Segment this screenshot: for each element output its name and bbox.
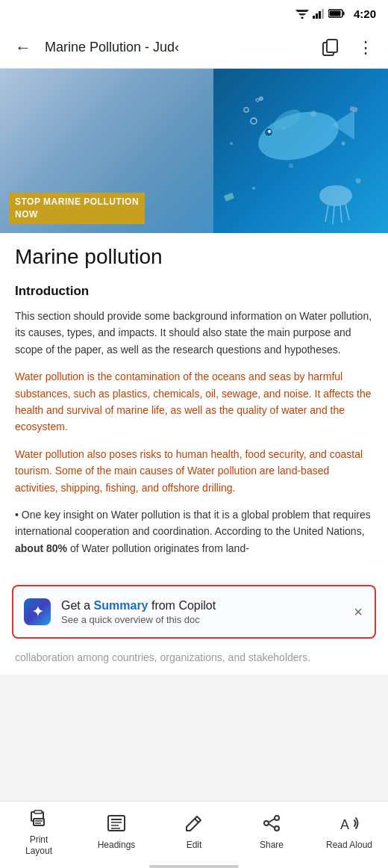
svg-rect-7 <box>319 11 321 19</box>
svg-text:A: A <box>340 817 349 832</box>
svg-rect-5 <box>313 16 315 19</box>
svg-rect-36 <box>349 106 357 112</box>
svg-point-28 <box>244 108 248 112</box>
more-options-icon[interactable]: ⋮ <box>352 34 379 61</box>
svg-rect-40 <box>34 819 44 825</box>
document-header-image: STOP MARINE POLLUTIONNOW <box>0 69 388 233</box>
toolbar-share[interactable]: Share <box>233 802 310 856</box>
svg-point-21 <box>230 142 233 145</box>
svg-line-32 <box>333 205 334 224</box>
svg-line-33 <box>340 205 342 223</box>
copilot-close-button[interactable]: × <box>351 601 366 624</box>
svg-rect-13 <box>327 40 337 52</box>
print-layout-label: PrintLayout <box>25 834 52 856</box>
svg-point-29 <box>256 99 259 102</box>
document-title-nav: Marine Pollution - Jud‹ <box>45 40 310 55</box>
svg-rect-35 <box>224 193 234 202</box>
svg-point-19 <box>252 187 255 190</box>
copy-icon[interactable] <box>318 34 345 61</box>
copilot-main-text: Get a Summary from Copilot <box>61 599 342 613</box>
svg-line-34 <box>345 204 349 220</box>
document-body: Marine pollution Introduction This secti… <box>0 233 388 579</box>
status-icons <box>295 8 345 19</box>
svg-rect-10 <box>342 12 344 16</box>
faded-continuation-text: collaboration among countries, organizat… <box>0 645 388 675</box>
status-bar: 4:20 <box>0 0 388 27</box>
wifi-icon <box>295 8 309 19</box>
svg-point-20 <box>356 179 361 184</box>
toolbar-print-layout[interactable]: PrintLayout <box>0 802 78 856</box>
copilot-sub-text: See a quick overview of this doc <box>61 614 342 625</box>
highlighted-para-2: Water pollution also poses risks to huma… <box>15 446 373 496</box>
share-icon <box>261 813 282 837</box>
copilot-text-block: Get a Summary from Copilot See a quick o… <box>61 599 342 625</box>
home-indicator <box>149 865 239 868</box>
svg-rect-11 <box>329 11 340 16</box>
svg-rect-6 <box>316 13 318 19</box>
bullet-para: • One key insight on Water pollution is … <box>15 506 373 557</box>
battery-icon <box>328 9 345 18</box>
svg-line-54 <box>269 824 275 828</box>
svg-rect-43 <box>34 810 42 813</box>
svg-point-18 <box>289 164 293 168</box>
copilot-banner[interactable]: ✦ Get a Summary from Copilot See a quick… <box>12 585 376 639</box>
status-time: 4:20 <box>354 7 376 20</box>
svg-line-31 <box>325 205 328 222</box>
svg-text:✦: ✦ <box>32 604 43 619</box>
svg-point-14 <box>259 96 263 101</box>
toolbar-edit[interactable]: Edit <box>155 802 233 856</box>
svg-point-51 <box>264 821 269 825</box>
svg-point-26 <box>268 130 271 133</box>
copilot-summary-link[interactable]: Summary <box>94 599 148 612</box>
svg-point-30 <box>319 185 352 206</box>
svg-line-53 <box>269 819 275 822</box>
bottom-toolbar: PrintLayout Headings Edit <box>0 801 388 868</box>
share-label: Share <box>260 840 284 850</box>
headings-icon <box>106 813 127 837</box>
edit-icon <box>184 813 204 837</box>
intro-heading: Introduction <box>15 284 373 299</box>
print-layout-icon <box>28 807 49 831</box>
svg-line-49 <box>195 819 198 822</box>
intro-body-text: This section should provide some backgro… <box>15 308 373 358</box>
bold-percentage: about 80% <box>15 542 67 554</box>
svg-rect-8 <box>322 9 324 19</box>
main-content: STOP MARINE POLLUTIONNOW Marine pollutio… <box>0 69 388 675</box>
headings-label: Headings <box>98 840 136 850</box>
toolbar-read-aloud[interactable]: A Read Aloud <box>310 802 388 856</box>
document-main-title: Marine pollution <box>15 245 373 269</box>
read-aloud-icon: A <box>339 813 360 837</box>
stop-banner: STOP MARINE POLLUTIONNOW <box>9 193 145 224</box>
read-aloud-label: Read Aloud <box>326 840 372 850</box>
toolbar-headings[interactable]: Headings <box>78 802 155 856</box>
highlighted-para-1: Water pollution is the contamination of … <box>15 368 373 435</box>
back-button[interactable]: ← <box>9 35 37 61</box>
svg-point-17 <box>342 142 345 146</box>
svg-point-52 <box>275 826 279 831</box>
copilot-icon: ✦ <box>22 597 52 627</box>
edit-label: Edit <box>187 840 202 850</box>
svg-point-27 <box>251 118 257 124</box>
signal-icon <box>313 8 325 19</box>
svg-point-50 <box>275 816 279 820</box>
nav-bar: ← Marine Pollution - Jud‹ ⋮ <box>0 27 388 69</box>
